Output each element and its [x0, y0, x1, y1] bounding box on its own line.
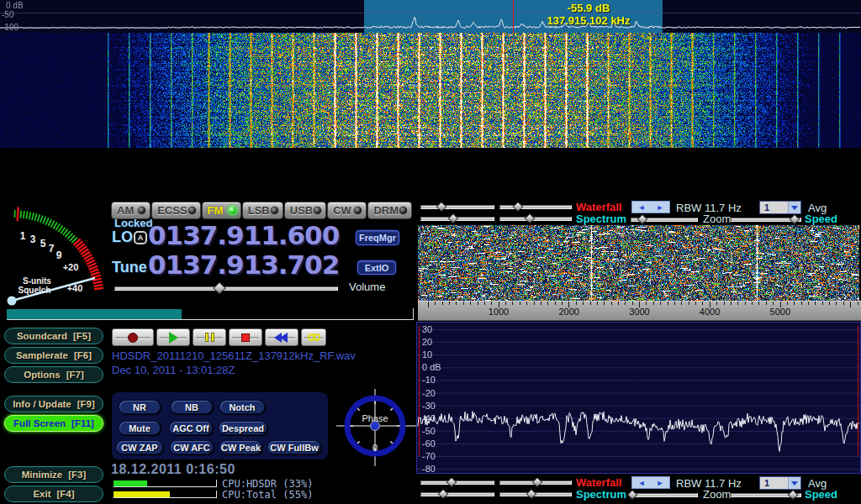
info-update-button[interactable]: Info / Update [F9]	[4, 396, 103, 412]
band-right-arrow-icon[interactable]: ►	[657, 203, 664, 212]
audio-waterfall-display[interactable]	[418, 225, 859, 301]
cw-afc-button[interactable]: CW AFC	[170, 440, 214, 454]
band-arrows[interactable]: ◄ ►	[631, 201, 670, 213]
spectrum-lower-slider[interactable]	[499, 214, 572, 223]
mode-ecss-label: ECSS	[157, 204, 187, 217]
cw-peak-button[interactable]: CW Peak	[219, 440, 262, 454]
spectrum-lower-slider-2[interactable]	[499, 490, 572, 499]
volume-slider[interactable]	[114, 284, 338, 294]
spectrum-upper-slider-2[interactable]	[420, 490, 494, 499]
rf-spectrum-display[interactable]: 0 dB -50 -100 -55.9 dB 137.915.102 kHz	[0, 0, 861, 33]
stop-button[interactable]	[229, 328, 262, 346]
speed-slider-2[interactable]	[731, 491, 801, 500]
s-meter-label-3: 3	[30, 234, 36, 245]
avg-combo-arrow-icon[interactable]	[788, 202, 800, 213]
lo-label: LO	[112, 228, 133, 246]
options-button[interactable]: Options [F7]	[4, 366, 103, 383]
audio-db-label: -80	[422, 464, 436, 474]
spectrum-upper-slider[interactable]	[420, 214, 494, 223]
audio-db-label: -10	[422, 375, 436, 385]
exit-key: [F4]	[57, 489, 75, 499]
zoom-label-2: Zoom	[703, 488, 731, 501]
volume-slider-thumb[interactable]	[213, 281, 226, 295]
waterfall-lower-slider[interactable]	[499, 202, 572, 212]
agc-button[interactable]: AGC Off	[169, 421, 213, 435]
rewind-button[interactable]	[265, 328, 298, 346]
audio-db-label: 10	[422, 349, 432, 360]
minimize-button[interactable]: Minimize [F3]	[4, 466, 103, 483]
s-meter-label-5: 5	[40, 238, 46, 249]
avg-combo-value-2: 1	[760, 477, 788, 489]
mode-drm-button[interactable]: DRM	[367, 202, 412, 219]
audio-frequency-scale[interactable]: 10002000300040005000	[418, 301, 861, 321]
zoom-slider[interactable]	[631, 215, 698, 224]
squelch-caption[interactable]: Squelch	[18, 286, 51, 295]
audio-scale-label: 2000	[558, 307, 578, 317]
audio-spectrum-canvas	[417, 323, 860, 473]
waterfall-upper-slider[interactable]	[420, 202, 494, 212]
squelch-marker[interactable]	[18, 207, 18, 221]
freqmgr-button[interactable]: FreqMgr	[356, 230, 399, 245]
soundcard-label: Soundcard	[17, 331, 67, 341]
volume-slider-track[interactable]	[114, 286, 338, 291]
waterfall-upper-slider-2[interactable]	[420, 478, 494, 487]
tune-frequency-display[interactable]: 0137.913.702	[148, 249, 339, 280]
mode-usb-button[interactable]: USB	[284, 202, 326, 219]
stop-icon	[241, 333, 250, 342]
avg-combo[interactable]: 1	[759, 201, 801, 214]
mode-cw-label: CW	[333, 204, 351, 217]
pause-button[interactable]	[193, 328, 226, 346]
despread-button[interactable]: Despread	[219, 421, 267, 435]
nb-button[interactable]: NB	[171, 400, 213, 414]
rewind-icon	[276, 333, 288, 343]
mode-lsb-button[interactable]: LSB	[242, 202, 283, 219]
notch-button[interactable]: Notch	[219, 400, 265, 414]
signal-freq-readout: 137.915.102 kHz	[496, 14, 681, 27]
tune-label: Tune	[112, 259, 147, 276]
avg-combo-arrow-icon-2[interactable]	[788, 477, 800, 489]
audio-display-controls-bottom: Waterfall ◄ ► RBW 11.7 Hz 1 Avg Spectrum…	[416, 475, 861, 501]
recording-timestamp: Dec 10, 2011 - 13:01:28Z	[112, 364, 235, 376]
audio-spectrum-display[interactable]: 3020100 dB-10-20-30-40-50-60-70-80	[416, 322, 861, 474]
hdsdr-window: 1378851378901378951379001379051379101379…	[0, 0, 861, 504]
mode-drm-led-icon	[399, 206, 408, 215]
mode-button-row: AM ECSS FM LSB USB CW DRM	[111, 202, 412, 219]
audio-db-label: -30	[422, 401, 436, 411]
volume-label: Volume	[349, 281, 385, 293]
avg-combo-2[interactable]: 1	[759, 476, 801, 490]
lo-frequency-display[interactable]: 0137.911.600	[148, 220, 339, 250]
band-left-arrow-icon-2[interactable]: ◄	[638, 479, 646, 487]
band-arrows-2[interactable]: ◄ ►	[631, 476, 670, 489]
info-update-label: Info / Update	[13, 399, 71, 409]
mode-fm-led-icon	[228, 206, 237, 215]
rf-db-label-100: -100	[2, 23, 18, 32]
options-label: Options	[24, 370, 60, 380]
playback-progress-track[interactable]	[7, 308, 414, 320]
extio-button[interactable]: ExtIO	[357, 260, 396, 275]
band-right-arrow-icon-2[interactable]: ►	[657, 479, 664, 487]
waterfall-lower-slider-2[interactable]	[499, 478, 572, 487]
mute-button[interactable]: Mute	[119, 421, 161, 435]
audio-db-label: -70	[422, 451, 436, 461]
samplerate-button[interactable]: Samplerate [F6]	[4, 347, 103, 364]
pause-icon	[205, 333, 214, 342]
zoom-slider-2[interactable]	[631, 491, 698, 500]
mode-ecss-button[interactable]: ECSS	[151, 202, 200, 219]
band-left-arrow-icon[interactable]: ◄	[638, 203, 646, 212]
loop-button[interactable]	[301, 328, 326, 346]
soundcard-button[interactable]: Soundcard [F5]	[4, 328, 103, 344]
fullscreen-button[interactable]: Full Screen [F11]	[4, 415, 103, 432]
record-button[interactable]	[112, 328, 154, 346]
cw-fullbw-button[interactable]: CW FullBw	[267, 440, 321, 454]
exit-button[interactable]: Exit [F4]	[4, 486, 103, 502]
mode-cw-button[interactable]: CW	[327, 202, 367, 219]
mode-fm-button[interactable]: FM	[202, 202, 241, 219]
play-button[interactable]	[156, 328, 190, 346]
rf-db-label-50: -50	[2, 10, 13, 19]
auto-lo-badge[interactable]: A	[134, 231, 147, 244]
speed-slider[interactable]	[731, 215, 801, 224]
s-meter-label-20: +20	[63, 262, 79, 272]
s-units-caption: S-units	[23, 276, 51, 286]
nr-button[interactable]: NR	[119, 400, 161, 414]
cw-zap-button[interactable]: CW ZAP	[116, 440, 163, 454]
